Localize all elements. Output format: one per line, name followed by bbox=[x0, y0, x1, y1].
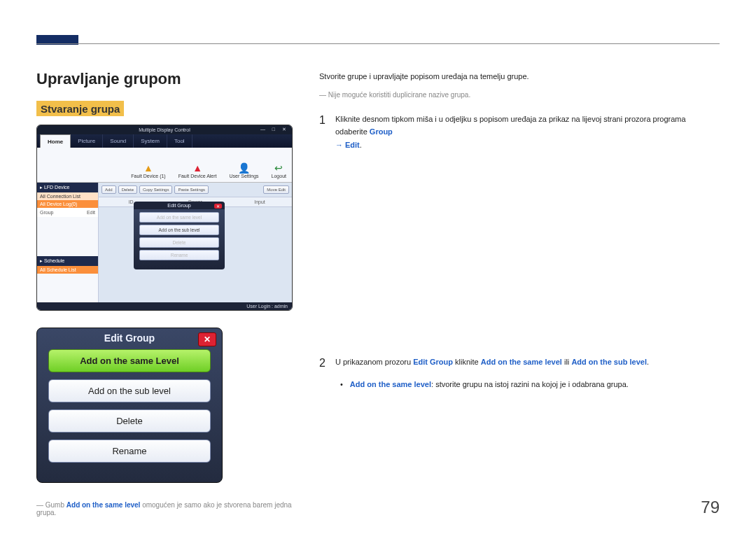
step-2-hl-a: Edit Group bbox=[413, 358, 453, 366]
step-1: 1 Kliknite desnom tipkom miša i u odjelj… bbox=[319, 111, 720, 152]
bullet-1-text: : stvorite grupu na istoj razini na kojo… bbox=[431, 380, 629, 388]
status-bar: User Login : admin bbox=[37, 302, 292, 310]
copy-settings-button[interactable]: Copy Settings bbox=[139, 185, 172, 194]
heading-sub: Stvaranje grupa bbox=[36, 101, 124, 116]
footnote-prefix: ― Gumb bbox=[36, 501, 66, 509]
window-buttons[interactable]: — □ ✕ bbox=[260, 127, 289, 132]
popup-title: Edit Group bbox=[134, 202, 225, 209]
btn-add-sub-level[interactable]: Add on the sub level bbox=[48, 379, 211, 402]
group-row[interactable]: Group Edit bbox=[37, 208, 98, 217]
button-row: Add Delete Copy Settings Paste Settings … bbox=[99, 183, 292, 197]
intro-note: ― Nije moguće koristiti duplicirane nazi… bbox=[319, 89, 720, 101]
step-1-end: . bbox=[360, 141, 362, 149]
step-1-number: 1 bbox=[319, 111, 326, 129]
bullet-1: • Add on the same level: stvorite grupu … bbox=[340, 378, 720, 391]
move-edit-button[interactable]: Move Edit bbox=[263, 185, 289, 194]
logout-icon[interactable]: ↩Logout bbox=[272, 163, 286, 179]
all-schedule-row[interactable]: All Schedule List bbox=[37, 266, 98, 274]
tab-picture[interactable]: Picture bbox=[71, 134, 103, 148]
paste-settings-button[interactable]: Paste Settings bbox=[174, 185, 209, 194]
popup-rename[interactable]: Rename bbox=[139, 250, 219, 260]
step-2: 2 U prikazanom prozoru Edit Group klikni… bbox=[319, 353, 720, 372]
user-settings-icon[interactable]: 👤User Settings bbox=[230, 163, 259, 179]
heading-main: Upravljanje grupom bbox=[36, 70, 293, 88]
fault-alert-icon[interactable]: ▲Fault Device Alert bbox=[178, 163, 217, 179]
tab-system[interactable]: System bbox=[134, 134, 167, 148]
edit-group-popup: Edit Group ✕ Add on the same level Add o… bbox=[134, 202, 225, 269]
step-2-text-b: kliknite bbox=[453, 358, 481, 366]
step-2-hl-b: Add on the same level bbox=[481, 358, 562, 366]
left-footnote: ― Gumb Add on the same level omogućen je… bbox=[36, 501, 293, 517]
all-connection-row[interactable]: All Connection List bbox=[37, 192, 98, 200]
tab-bar: Home Picture Sound System Tool bbox=[37, 134, 292, 148]
group-label: Group bbox=[40, 210, 53, 215]
header-rule bbox=[36, 43, 720, 44]
tab-tool[interactable]: Tool bbox=[167, 134, 192, 148]
step-1-hl-b: Edit bbox=[345, 141, 360, 149]
edit-group-dialog: Edit Group ✕ Add on the same Level Add o… bbox=[36, 328, 223, 483]
step-2-hl-c: Add on the sub level bbox=[571, 358, 647, 366]
main-area: Add Delete Copy Settings Paste Settings … bbox=[99, 183, 292, 303]
page-number: 79 bbox=[701, 498, 720, 517]
popup-add-sub-level[interactable]: Add on the sub level bbox=[139, 225, 219, 235]
side-panel: ▸ LFD Device All Connection List All Dev… bbox=[37, 183, 99, 303]
all-device-row[interactable]: All Device Log(0) bbox=[37, 200, 98, 208]
btn-rename[interactable]: Rename bbox=[48, 440, 211, 463]
edit-label: Edit bbox=[87, 210, 95, 215]
step-1-hl-a: Group bbox=[370, 127, 393, 136]
step-1-arrow: → bbox=[335, 141, 345, 149]
lfd-header[interactable]: ▸ LFD Device bbox=[37, 183, 98, 192]
schedule-header[interactable]: ▸ Schedule bbox=[37, 256, 98, 266]
btn-add-same-level[interactable]: Add on the same Level bbox=[48, 349, 211, 372]
window-title: Multiple Display Control bbox=[139, 127, 190, 132]
window-titlebar: Multiple Display Control — □ ✕ bbox=[37, 125, 292, 134]
step-2-text-c: ili bbox=[562, 358, 571, 366]
bullet-1-hl: Add on the same level bbox=[350, 380, 431, 388]
step-2-text-a: U prikazanom prozoru bbox=[335, 358, 413, 366]
left-column: Upravljanje grupom Stvaranje grupa Multi… bbox=[36, 70, 293, 517]
toolbar: ▲Fault Device (1) ▲Fault Device Alert 👤U… bbox=[37, 148, 292, 183]
intro-text: Stvorite grupe i upravljajte popisom ure… bbox=[319, 70, 720, 83]
dialog-title: Edit Group bbox=[37, 332, 222, 344]
add-button[interactable]: Add bbox=[102, 185, 116, 194]
screenshot-app-window: Multiple Display Control — □ ✕ Home Pict… bbox=[36, 125, 293, 311]
tab-sound[interactable]: Sound bbox=[103, 134, 134, 148]
delete-button[interactable]: Delete bbox=[118, 185, 137, 194]
popup-delete[interactable]: Delete bbox=[139, 237, 219, 248]
popup-add-same-level[interactable]: Add on the same level bbox=[139, 212, 219, 223]
right-column: Stvorite grupe i upravljajte popisom ure… bbox=[319, 70, 720, 517]
tab-home[interactable]: Home bbox=[40, 134, 71, 148]
popup-close-icon[interactable]: ✕ bbox=[214, 204, 222, 209]
dialog-close-icon[interactable]: ✕ bbox=[198, 332, 216, 346]
step-2-number: 2 bbox=[319, 353, 326, 372]
bullet-dot: • bbox=[340, 378, 343, 391]
footnote-hl: Add on the same level bbox=[66, 501, 141, 509]
btn-delete[interactable]: Delete bbox=[48, 409, 211, 433]
col-input: Input bbox=[227, 199, 292, 204]
step-2-end: . bbox=[647, 358, 649, 366]
fault-device-icon[interactable]: ▲Fault Device (1) bbox=[131, 163, 165, 179]
